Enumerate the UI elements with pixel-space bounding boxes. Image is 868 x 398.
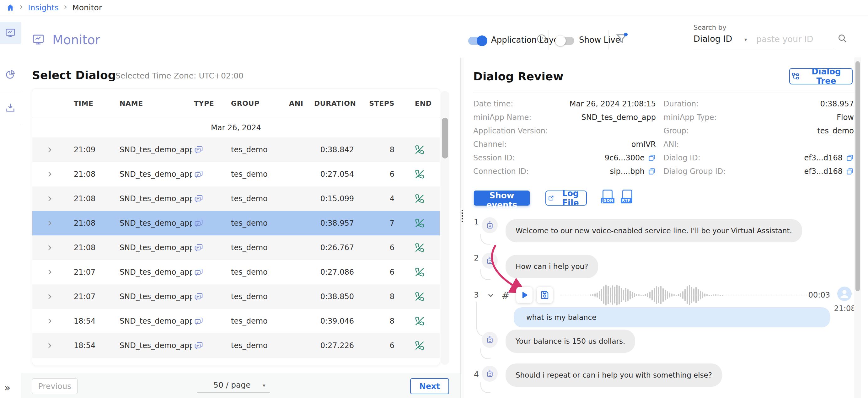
- export-json-icon[interactable]: JSON: [602, 190, 614, 205]
- table-row[interactable]: 18:54 SND_tes_demo_app tes_demo 0:39.046…: [32, 309, 440, 333]
- robot-icon: [485, 369, 495, 378]
- search-by-select[interactable]: Dialog ID: [693, 34, 732, 43]
- cell-duration: 0:38.850: [314, 292, 356, 301]
- search-icon[interactable]: [837, 33, 847, 43]
- cell-group: tes_demo: [229, 341, 289, 350]
- cell-name: SND_tes_demo_app: [117, 243, 192, 252]
- next-button[interactable]: Next: [410, 378, 449, 394]
- table-row[interactable]: 21:08 SND_tes_demo_app tes_demo 0:38.957…: [32, 211, 440, 236]
- dialog-type-icon: [192, 292, 229, 301]
- cell-steps: 6: [356, 170, 396, 179]
- page-size-select[interactable]: 50 / page: [213, 380, 251, 390]
- sidebar-item-export[interactable]: [0, 97, 21, 119]
- cell-time: 21:09: [66, 145, 117, 154]
- log-file-button[interactable]: Log File: [546, 190, 587, 206]
- search-input[interactable]: [756, 34, 835, 44]
- expand-row-icon[interactable]: [32, 342, 66, 349]
- call-end-icon: [396, 268, 440, 277]
- dialog-type-icon: [192, 341, 229, 350]
- expand-row-icon[interactable]: [32, 171, 66, 178]
- info-icon[interactable]: i: [537, 34, 546, 43]
- table-scrollbar-thumb[interactable]: [442, 118, 448, 158]
- expand-row-icon[interactable]: [32, 268, 66, 276]
- sidebar-item-monitor[interactable]: [0, 22, 21, 44]
- show-live-toggle[interactable]: [556, 37, 574, 45]
- export-rtf-icon[interactable]: RTF: [622, 190, 633, 205]
- bot-avatar: [482, 366, 498, 382]
- thread-connector: [480, 269, 491, 280]
- home-icon[interactable]: [6, 3, 14, 11]
- expand-row-icon[interactable]: [32, 195, 66, 203]
- detail-value: sip....bph: [610, 167, 645, 176]
- detail-row: Date time: Mar 26, 2024 21:08:15 Duratio…: [473, 97, 854, 111]
- table-row[interactable]: 21:09 SND_tes_demo_app tes_demo 0:38.842…: [32, 137, 440, 162]
- monitor-title-icon: [32, 33, 45, 46]
- audio-waveform: [590, 285, 723, 305]
- breadcrumb-monitor: Monitor: [72, 3, 102, 12]
- cell-steps: 6: [356, 341, 396, 350]
- detail-value: Flow: [837, 113, 854, 122]
- dialog-type-icon: [192, 170, 229, 179]
- application-layer-label: Application Layer: [491, 35, 562, 44]
- copy-icon[interactable]: [648, 154, 656, 162]
- table-row[interactable]: 21:07 SND_tes_demo_app tes_demo 0:38.850…: [32, 284, 440, 309]
- date-group-row: Mar 26, 2024: [32, 118, 440, 137]
- expand-row-icon[interactable]: [32, 146, 66, 153]
- thread-connector: [476, 302, 490, 337]
- col-name: NAME: [117, 99, 192, 108]
- detail-value: SND_tes_demo_app: [581, 113, 656, 122]
- cell-time: 21:08: [66, 219, 117, 227]
- call-end-icon: [396, 341, 440, 350]
- expand-row-icon[interactable]: [32, 317, 66, 325]
- copy-icon[interactable]: [846, 154, 854, 162]
- dialog-tree-button[interactable]: Dialog Tree: [789, 68, 852, 85]
- call-end-icon: [396, 316, 440, 326]
- select-dialog-title: Select Dialog: [32, 69, 116, 82]
- table-row[interactable]: 21:08 SND_tes_demo_app tes_demo 0:27.054…: [32, 162, 440, 186]
- play-button[interactable]: [516, 287, 532, 303]
- table-row[interactable]: 18:54 SND_tes_demo_app tes_demo 0:27.226…: [32, 333, 440, 358]
- monitor-page: › Insights › Monitor »: [0, 0, 868, 398]
- call-end-icon: [396, 145, 440, 154]
- show-events-button[interactable]: Show events: [474, 190, 530, 206]
- col-end: END: [396, 99, 440, 108]
- table-row[interactable]: 21:07 SND_tes_demo_app tes_demo 0:27.086…: [32, 260, 440, 284]
- expand-sidebar-icon[interactable]: »: [4, 382, 11, 394]
- save-audio-button[interactable]: [537, 287, 553, 303]
- table-row[interactable]: 21:08 SND_tes_demo_app tes_demo 0:15.099…: [32, 186, 440, 211]
- review-scrollbar-thumb[interactable]: [856, 61, 860, 291]
- sidebar-item-reports[interactable]: [0, 63, 21, 85]
- robot-icon: [485, 256, 495, 266]
- detail-label: ANI:: [663, 140, 679, 149]
- cell-steps: 8: [356, 145, 396, 154]
- col-ani: ANI: [289, 99, 314, 108]
- robot-icon: [485, 221, 495, 230]
- collapse-step-icon[interactable]: [487, 291, 495, 300]
- copy-icon[interactable]: [648, 167, 656, 176]
- cell-duration: 0:27.086: [314, 268, 356, 277]
- breadcrumb-insights[interactable]: Insights: [28, 3, 59, 12]
- detail-value: tes_demo: [817, 126, 854, 135]
- application-layer-toggle[interactable]: [468, 37, 487, 45]
- icon-rail: »: [0, 16, 21, 398]
- detail-label: miniApp Name:: [473, 113, 531, 122]
- col-time: TIME: [66, 99, 117, 108]
- message-number: 2: [472, 253, 481, 263]
- cell-steps: 6: [356, 268, 396, 277]
- bot-message: Your balance is 150 us dollars.: [505, 330, 635, 353]
- detail-label: miniApp Type:: [663, 113, 717, 122]
- cell-group: tes_demo: [229, 145, 289, 154]
- previous-button[interactable]: Previous: [32, 378, 78, 394]
- expand-row-icon[interactable]: [32, 219, 66, 227]
- monitor-icon: [5, 27, 16, 39]
- call-end-icon: [396, 218, 440, 228]
- filter-icon[interactable]: [615, 32, 628, 45]
- expand-row-icon[interactable]: [32, 293, 66, 300]
- detail-value: 9c6...300e: [605, 153, 645, 162]
- detail-label: Group:: [663, 126, 689, 135]
- table-row[interactable]: 21:08 SND_tes_demo_app tes_demo 0:26.767…: [32, 236, 440, 260]
- table-body: Mar 26, 2024 21:09 SND_tes_demo_app tes_…: [32, 118, 440, 358]
- step-number: 3: [472, 290, 481, 300]
- copy-icon[interactable]: [846, 167, 854, 176]
- expand-row-icon[interactable]: [32, 244, 66, 251]
